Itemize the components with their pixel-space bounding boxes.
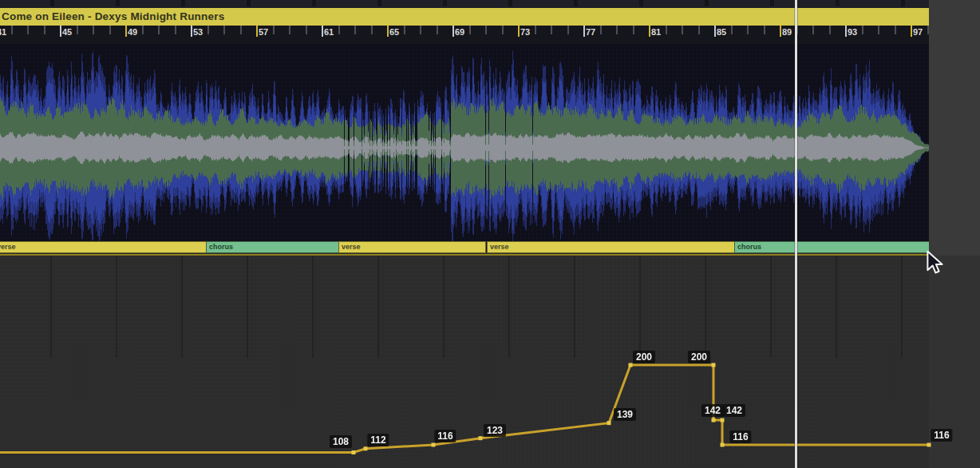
bar-number: 53 <box>193 27 203 37</box>
bar-tick-minor <box>44 26 45 34</box>
bar-tick-minor <box>175 26 176 34</box>
bar-tick-minor <box>633 26 634 34</box>
bar-tick-major <box>60 26 61 37</box>
bar-number: 61 <box>324 27 334 37</box>
bar-tick-minor <box>354 26 356 34</box>
bar-tick-minor <box>895 26 896 34</box>
bar-gridline <box>247 256 248 358</box>
track-title-bar[interactable]: Come on Eileen - Dexys Midnight Runners <box>0 8 929 26</box>
bar-gridline <box>443 256 445 358</box>
top-strip-mark <box>508 0 512 6</box>
tempo-lane[interactable] <box>0 256 929 468</box>
bar-tick-minor <box>731 26 733 34</box>
bar-tick-minor <box>404 26 405 34</box>
bar-number: 85 <box>717 27 726 37</box>
bar-tick-minor <box>371 26 373 34</box>
right-gutter <box>929 0 980 256</box>
bar-gridline <box>639 256 641 358</box>
top-strip-mark <box>770 0 774 6</box>
track-title: Come on Eileen - Dexys Midnight Runners <box>0 8 224 26</box>
bar-tick-minor <box>747 26 749 34</box>
bar-tick-major <box>649 26 650 37</box>
bar-tick-minor <box>862 26 863 34</box>
bar-tick-minor <box>437 26 438 34</box>
section-label: verse <box>342 243 361 251</box>
bar-number: 77 <box>586 27 595 37</box>
bar-tick-major <box>845 26 847 37</box>
tempo-value-label: 123 <box>484 424 506 437</box>
bar-tick-major <box>125 26 127 37</box>
section-block-chorus[interactable]: chorus <box>206 241 339 253</box>
bar-tick-minor <box>109 26 111 34</box>
bar-gridline <box>181 256 183 358</box>
bar-gridline <box>836 256 837 358</box>
bar-number: 97 <box>913 27 923 37</box>
bar-number: 69 <box>455 27 464 37</box>
bar-tick-minor <box>306 26 307 34</box>
top-strip-mark <box>574 0 578 6</box>
bar-number: 57 <box>259 27 268 37</box>
tempo-value-label: 116 <box>931 429 952 442</box>
bar-tick-minor <box>698 26 700 34</box>
bar-tick-minor <box>535 26 536 34</box>
bar-tick-major <box>518 26 520 37</box>
bar-tick-minor <box>207 26 209 34</box>
bar-number: 93 <box>848 27 857 37</box>
top-strip-mark <box>836 0 840 6</box>
waveform-canvas <box>0 44 929 241</box>
bar-gridline <box>116 256 117 358</box>
bar-tick-minor <box>502 26 504 34</box>
section-block-verse[interactable]: verse <box>487 241 735 253</box>
bar-gridline <box>770 256 772 358</box>
top-strip-mark <box>639 0 643 6</box>
top-strip-mark <box>181 0 185 6</box>
bar-number: 49 <box>128 27 137 37</box>
bar-tick-minor <box>420 26 421 34</box>
section-block-verse[interactable]: verse <box>338 241 486 253</box>
waveform-area[interactable] <box>0 44 929 241</box>
bar-number: 73 <box>520 27 530 37</box>
bar-ruler[interactable]: 414549535761656973778185899397 <box>0 26 929 44</box>
bar-tick-major <box>583 26 585 37</box>
section-label: verse <box>490 243 509 251</box>
bar-tick-minor <box>27 26 29 34</box>
bar-gridline <box>312 256 314 358</box>
bar-tick-minor <box>338 26 340 34</box>
bar-tick-minor <box>77 26 78 34</box>
bar-tick-minor <box>682 26 683 34</box>
bar-number: 65 <box>389 27 399 37</box>
bar-tick-minor <box>567 26 569 34</box>
section-block-chorus[interactable]: chorus <box>734 241 929 253</box>
bar-tick-minor <box>551 26 552 34</box>
bar-tick-minor <box>927 26 929 34</box>
bar-tick-minor <box>616 26 618 34</box>
section-block-verse[interactable]: verse <box>0 241 207 253</box>
bar-tick-major <box>714 26 716 37</box>
tempo-value-label: 116 <box>729 430 751 443</box>
bar-gridline <box>50 256 52 358</box>
top-strip-mark <box>377 0 381 6</box>
tempo-value-label: 142 <box>723 404 745 417</box>
top-strip-mark <box>50 0 54 6</box>
bar-tick-minor <box>240 26 242 34</box>
section-label: chorus <box>737 243 761 251</box>
bar-tick-major <box>452 26 454 37</box>
bar-gridline <box>377 256 379 358</box>
bar-tick-major <box>911 26 912 37</box>
bar-tick-minor <box>11 26 13 34</box>
bar-tick-minor <box>93 26 94 34</box>
bar-tick-major <box>780 26 781 37</box>
bar-tick-minor <box>223 26 225 34</box>
section-label: chorus <box>209 243 233 251</box>
bar-tick-minor <box>142 26 144 34</box>
bar-tick-minor <box>764 26 765 34</box>
playhead[interactable] <box>795 0 797 468</box>
tempo-value-label: 200 <box>688 351 710 363</box>
bar-tick-minor <box>829 26 831 34</box>
bar-tick-minor <box>666 26 667 34</box>
bar-tick-minor <box>158 26 160 34</box>
top-strip-mark <box>705 0 709 6</box>
bar-gridline <box>901 256 903 358</box>
top-strip-mark <box>443 0 447 6</box>
top-strip-mark <box>312 0 316 6</box>
